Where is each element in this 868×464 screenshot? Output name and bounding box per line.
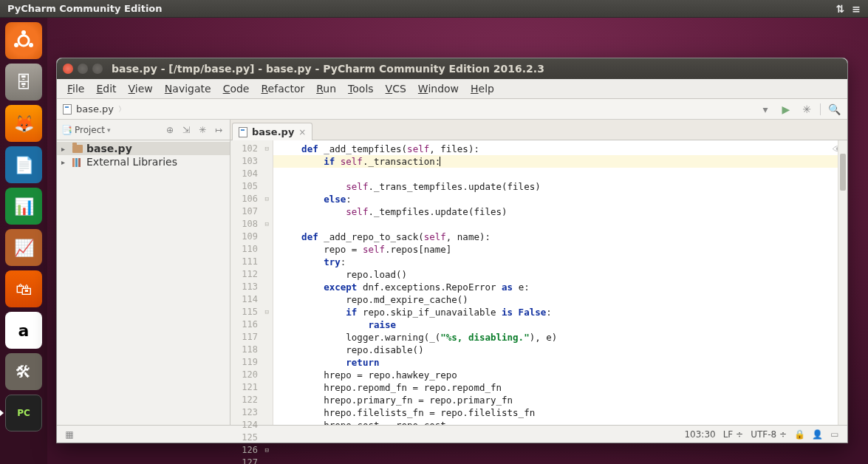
file-icon (63, 104, 72, 115)
gutter[interactable]: 102⊟103104105106⊟107108⊟1091101111121131… (230, 140, 273, 425)
search-everywhere-icon[interactable]: 🔍 (827, 102, 841, 117)
project-tree[interactable]: ▸ base.py ▸ External Libraries (57, 140, 230, 425)
menu-help[interactable]: Help (466, 81, 499, 96)
svg-point-2 (14, 43, 18, 47)
navigation-bar: base.py 〉 ▾ ▶ ✳ 🔍 (57, 99, 847, 120)
menu-file[interactable]: File (63, 81, 89, 96)
menu-vcs[interactable]: VCS (381, 81, 411, 96)
window-title: base.py - [/tmp/base.py] - base.py - PyC… (112, 63, 544, 75)
menu-window[interactable]: Window (414, 81, 463, 96)
tool-windows-icon[interactable]: ▦ (64, 429, 75, 440)
lock-icon[interactable]: 🔒 (794, 429, 804, 440)
tab-base-py[interactable]: base.py × (232, 123, 312, 140)
minimize-icon[interactable] (78, 64, 88, 74)
tree-root[interactable]: ▸ base.py (57, 142, 230, 155)
scroll-to-source-icon[interactable]: ⊕ (163, 125, 177, 135)
run-button[interactable]: ▶ (779, 102, 793, 117)
hector-icon[interactable]: 👤 (812, 429, 822, 440)
folder-icon (72, 145, 83, 153)
network-icon[interactable]: ⇅ (836, 3, 845, 15)
close-tab-icon[interactable]: × (298, 127, 306, 137)
launcher-libreoffice-impress[interactable]: 📈 (5, 229, 42, 266)
svg-point-0 (18, 35, 29, 46)
launcher-libreoffice-calc[interactable]: 📊 (5, 188, 42, 225)
library-icon (72, 157, 83, 166)
vertical-scrollbar[interactable] (838, 140, 847, 425)
debug-button[interactable]: ✳ (799, 102, 814, 117)
settings-icon[interactable]: ✳ (196, 125, 209, 135)
line-separator[interactable]: LF ÷ (723, 429, 743, 440)
svg-point-3 (29, 43, 33, 47)
menu-refactor[interactable]: Refactor (256, 81, 309, 96)
menu-code[interactable]: Code (219, 81, 254, 96)
breadcrumb[interactable]: base.py 〉 (63, 103, 126, 115)
menu-view[interactable]: View (124, 81, 157, 96)
project-tool-window: 📑 Project ▾ ⊕ ⇲ ✳ ↦ ▸ base.py ▸ (57, 120, 230, 425)
launcher-firefox[interactable]: 🦊 (5, 105, 42, 142)
file-encoding[interactable]: UTF-8 ÷ (751, 429, 787, 440)
status-bar: ▦ 103:30 LF ÷ UTF-8 ÷ 🔒 👤 ▭ (57, 425, 847, 443)
menu-navigate[interactable]: Navigate (160, 81, 216, 96)
chevron-right-icon: 〉 (118, 104, 126, 115)
launcher-system-settings[interactable]: 🛠 (5, 353, 42, 390)
collapse-all-icon[interactable]: ⇲ (180, 125, 193, 135)
file-icon (239, 127, 247, 137)
close-icon[interactable] (63, 64, 73, 74)
titlebar[interactable]: base.py - [/tmp/base.py] - base.py - PyC… (57, 58, 847, 79)
main-menu: FileEditViewNavigateCodeRefactorRunTools… (57, 79, 847, 99)
launcher-amazon[interactable]: a (5, 312, 42, 349)
launcher-ubuntu-software[interactable]: 🛍 (5, 270, 42, 307)
hide-panel-icon[interactable]: ↦ (212, 125, 225, 135)
launcher-ubuntu-dash[interactable] (5, 22, 42, 59)
project-view-toggle[interactable]: 📑 Project ▾ (61, 125, 111, 135)
editor-tabs: base.py × (230, 120, 847, 140)
launcher-files[interactable]: 🗄 (5, 64, 42, 100)
desktop: PyCharm Community Edition ⇅ ≡ 🗄🦊📄📊📈🛍a🛠PC… (0, 0, 868, 464)
menu-tools[interactable]: Tools (344, 81, 378, 96)
code-editor[interactable]: 102⊟103104105106⊟107108⊟1091101111121131… (230, 140, 847, 425)
maximize-icon[interactable] (92, 64, 103, 74)
top-menubar: PyCharm Community Edition ⇅ ≡ (0, 0, 868, 18)
project-panel-header: 📑 Project ▾ ⊕ ⇲ ✳ ↦ (57, 120, 230, 140)
run-config-dropdown[interactable]: ▾ (758, 102, 773, 117)
pycharm-window: base.py - [/tmp/base.py] - base.py - PyC… (56, 58, 848, 443)
editor-area: base.py × 102⊟103104105106⊟107108⊟109110… (230, 120, 847, 425)
menu-edit[interactable]: Edit (92, 81, 120, 96)
tree-external-libs[interactable]: ▸ External Libraries (57, 155, 230, 168)
chevron-right-icon[interactable]: ▸ (61, 145, 69, 153)
svg-point-1 (21, 30, 26, 35)
topbar-title: PyCharm Community Edition (7, 3, 836, 14)
menu-icon[interactable]: ≡ (852, 3, 861, 15)
launcher-libreoffice-writer[interactable]: 📄 (5, 146, 42, 183)
unity-launcher: 🗄🦊📄📊📈🛍a🛠PC (0, 18, 47, 464)
chevron-right-icon[interactable]: ▸ (61, 158, 69, 166)
launcher-pycharm[interactable]: PC (5, 395, 42, 431)
menu-run[interactable]: Run (312, 81, 341, 96)
code-content[interactable]: def _add_tempfiles(self, files): if self… (273, 140, 847, 425)
caret-position[interactable]: 103:30 (684, 429, 715, 440)
memory-indicator[interactable]: ▭ (830, 429, 840, 440)
